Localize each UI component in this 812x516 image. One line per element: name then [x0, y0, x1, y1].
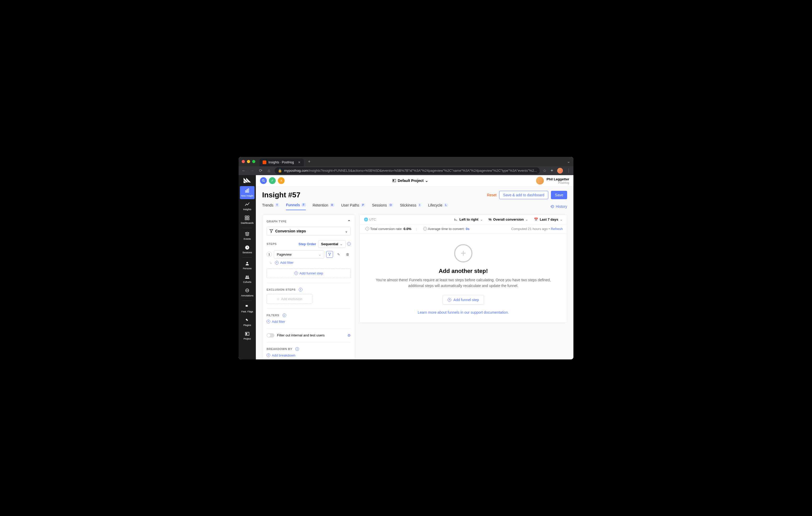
- forward-button[interactable]: →: [250, 168, 255, 173]
- direction-select[interactable]: Left to right⌄: [454, 217, 483, 221]
- lock-icon: 🔒: [278, 169, 282, 173]
- add-filter-global-link[interactable]: +Add filter: [267, 320, 351, 324]
- svg-rect-8: [248, 218, 249, 220]
- step-order-select[interactable]: Sequential ⌄: [318, 240, 346, 248]
- daterange-select[interactable]: 📅Last 7 days⌄: [534, 217, 563, 221]
- nav-feature-flags[interactable]: Feat. Flags: [240, 302, 255, 315]
- add-exclusion-button[interactable]: ⊕Add exclusion: [267, 294, 312, 304]
- browser-toolbar: ← → ⟳ ⌂ 🔒 myposthog.com/insights?insight…: [239, 166, 573, 175]
- learn-more-link[interactable]: Learn more about funnels in our support …: [418, 310, 509, 314]
- nav-annotations[interactable]: Annotations: [240, 286, 255, 299]
- tab-user-paths[interactable]: User PathsP: [341, 203, 365, 210]
- nav-label: Sessions: [242, 251, 252, 254]
- project-icon: [244, 331, 250, 336]
- chevron-down-icon: ⌄: [318, 252, 321, 256]
- add-breakdown-link[interactable]: +Add breakdown: [267, 354, 351, 357]
- gear-icon[interactable]: ⚙: [347, 333, 351, 337]
- nav-label: Events: [243, 238, 251, 240]
- browser-tab[interactable]: Insights · PostHog ✕: [260, 158, 304, 166]
- feature-flags-icon: [244, 304, 250, 309]
- nav-new-insight[interactable]: New Insight: [240, 186, 255, 199]
- project-selector[interactable]: Default Project ⌄: [393, 179, 428, 183]
- filter-internal-label: Filter out internal and test users: [277, 333, 325, 337]
- events-icon: [244, 231, 250, 237]
- new-tab-button[interactable]: +: [308, 159, 310, 164]
- svg-rect-20: [246, 333, 247, 335]
- cohorts-icon: [244, 274, 250, 280]
- nav-label: Persons: [243, 267, 252, 270]
- nav-sessions[interactable]: Sessions: [240, 243, 255, 256]
- plugins-icon: [244, 317, 250, 323]
- nav-insights[interactable]: Insights: [240, 200, 255, 213]
- back-button[interactable]: ←: [241, 168, 246, 173]
- info-icon: i: [423, 227, 427, 231]
- tab-funnels[interactable]: FunnelsF: [286, 203, 306, 210]
- add-filter-link[interactable]: +Add filter: [275, 261, 293, 265]
- info-icon[interactable]: i: [347, 242, 351, 246]
- calendar-icon: 📅: [534, 217, 538, 221]
- address-bar[interactable]: 🔒 myposthog.com/insights?insight=FUNNELS…: [275, 167, 540, 174]
- add-funnel-step-button[interactable]: +Add funnel step: [267, 269, 351, 278]
- extensions-icon[interactable]: ✦: [550, 168, 554, 173]
- delete-step-button[interactable]: 🗑: [344, 251, 351, 258]
- user-org: PostHog: [547, 181, 569, 184]
- tab-trends[interactable]: TrendsT: [262, 203, 279, 210]
- maximize-window-button[interactable]: [252, 160, 255, 163]
- info-icon[interactable]: i: [299, 288, 302, 292]
- nav-divider: [242, 257, 252, 258]
- close-window-button[interactable]: [242, 160, 245, 163]
- computed-label: Computed 21 hours ago: [511, 227, 548, 231]
- minimize-window-button[interactable]: [247, 160, 250, 163]
- nav-plugins[interactable]: Plugins: [240, 315, 255, 329]
- nav-project[interactable]: Project: [240, 329, 255, 342]
- svg-line-22: [264, 181, 265, 182]
- conversion-select[interactable]: %Overall conversion⌄: [489, 217, 528, 221]
- edit-step-button[interactable]: ✎: [335, 251, 342, 258]
- filters-label: FILTERSi: [267, 313, 351, 317]
- info-icon[interactable]: i: [283, 313, 286, 317]
- nav-dashboards[interactable]: Dashboards: [240, 213, 255, 226]
- collapse-icon[interactable]: ⌄: [347, 219, 351, 224]
- svg-point-12: [246, 262, 248, 264]
- user-name: Phil Leggetter: [547, 177, 569, 181]
- nav-events[interactable]: Events: [240, 229, 255, 242]
- filter-internal-toggle[interactable]: [267, 333, 274, 337]
- close-tab-button[interactable]: ✕: [298, 160, 300, 164]
- history-link[interactable]: History: [550, 205, 567, 209]
- reset-link[interactable]: Reset: [487, 193, 496, 197]
- expand-tabs-icon[interactable]: ⌄: [567, 159, 570, 164]
- graph-type-select[interactable]: Conversion steps ⌄: [267, 226, 351, 236]
- user-menu[interactable]: Phil Leggetter PostHog: [536, 177, 569, 185]
- nav-persons[interactable]: Persons: [240, 259, 255, 272]
- search-button[interactable]: [260, 177, 267, 184]
- nav-label: Feat. Flags: [241, 310, 253, 313]
- project-icon: [393, 179, 396, 182]
- save-button[interactable]: Save: [551, 191, 567, 199]
- step-event-select[interactable]: Pageview ⌄: [274, 250, 324, 259]
- menu-icon[interactable]: ⋮: [567, 168, 571, 173]
- tab-retention[interactable]: RetentionR: [313, 203, 334, 210]
- nav-cohorts[interactable]: Cohorts: [240, 272, 255, 285]
- tab-sessions[interactable]: SessionsO: [372, 203, 393, 210]
- info-icon[interactable]: i: [295, 347, 299, 351]
- result-panel: 🌐 UTC Left to right⌄ %Overall conversion…: [359, 215, 567, 323]
- tab-lifecycle[interactable]: LifecycleL: [428, 203, 448, 210]
- svg-rect-19: [245, 332, 249, 335]
- refresh-link[interactable]: Refresh: [551, 227, 563, 231]
- save-add-dashboard-button[interactable]: Save & add to dashboard: [499, 191, 548, 199]
- home-button[interactable]: ⌂: [266, 168, 271, 173]
- persons-icon: [244, 261, 250, 266]
- filter-step-button[interactable]: [326, 251, 333, 258]
- funnel-icon: [269, 229, 273, 233]
- svg-point-17: [247, 290, 248, 291]
- tab-stickiness[interactable]: StickinessI: [400, 203, 422, 210]
- chevron-down-icon: ⌄: [345, 229, 348, 233]
- posthog-logo[interactable]: [243, 177, 252, 183]
- svg-rect-1: [247, 189, 248, 192]
- warning-button[interactable]: ∧: [278, 177, 285, 184]
- status-ok-button[interactable]: ✓: [269, 177, 276, 184]
- add-funnel-step-cta[interactable]: +Add funnel step: [443, 295, 484, 305]
- profile-avatar-icon[interactable]: [557, 168, 563, 174]
- bookmark-icon[interactable]: ☆: [543, 168, 547, 173]
- reload-button[interactable]: ⟳: [258, 168, 263, 173]
